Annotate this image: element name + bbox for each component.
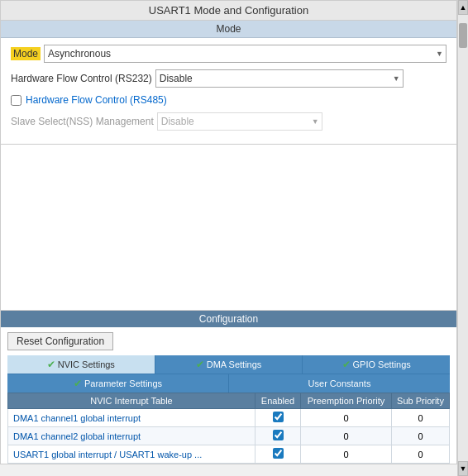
config-section: Configuration Reset Configuration ✔ NVIC… bbox=[1, 310, 456, 464]
tab-gpio-label: GPIO Settings bbox=[353, 359, 411, 369]
hw-flow-rs232-select[interactable]: Disable bbox=[155, 69, 404, 88]
tab-user-constants[interactable]: User Constants bbox=[229, 374, 450, 393]
col-enabled: Enabled bbox=[255, 393, 301, 409]
tab-nvic-settings[interactable]: ✔ NVIC Settings bbox=[7, 355, 155, 374]
mode-label: Mode bbox=[11, 47, 41, 60]
enabled-cell-0[interactable] bbox=[255, 409, 301, 427]
config-header: Configuration bbox=[1, 311, 456, 327]
preemption-cell-0: 0 bbox=[301, 409, 392, 427]
nvic-table: NVIC Interrupt Table Enabled Preemption … bbox=[7, 393, 450, 464]
tabs-row-1: ✔ NVIC Settings ✔ DMA Settings ✔ GPIO Se… bbox=[7, 355, 450, 374]
mode-select-wrapper[interactable]: Asynchronous bbox=[44, 45, 447, 63]
hw-flow-rs232-label: Hardware Flow Control (RS232) bbox=[11, 73, 152, 84]
config-body: Reset Configuration ✔ NVIC Settings ✔ DM… bbox=[1, 327, 456, 464]
scroll-thumb[interactable] bbox=[459, 23, 467, 48]
mode-select[interactable]: Asynchronous bbox=[44, 45, 447, 63]
page-title: USART1 Mode and Configuration bbox=[1, 1, 456, 21]
param-check-icon: ✔ bbox=[74, 378, 82, 389]
enabled-checkbox-1[interactable] bbox=[273, 430, 284, 440]
tab-param-label: Parameter Settings bbox=[84, 378, 162, 388]
tab-parameter-settings[interactable]: ✔ Parameter Settings bbox=[7, 374, 229, 393]
reset-config-button[interactable]: Reset Configuration bbox=[7, 332, 113, 350]
enabled-checkbox-2[interactable] bbox=[273, 448, 284, 459]
slave-select-label: Slave Select(NSS) Management bbox=[11, 116, 154, 127]
dma-check-icon: ✔ bbox=[196, 359, 204, 370]
tab-gpio-settings[interactable]: ✔ GPIO Settings bbox=[303, 355, 450, 374]
sub-priority-cell-0: 0 bbox=[392, 409, 450, 427]
scroll-up-arrow[interactable]: ▲ bbox=[458, 0, 468, 15]
table-row: USART1 global interrupt / USART1 wake-up… bbox=[8, 445, 450, 464]
interrupt-name-2: USART1 global interrupt / USART1 wake-up… bbox=[13, 450, 202, 459]
scroll-down-arrow[interactable]: ▼ bbox=[458, 461, 468, 476]
preemption-cell-1: 0 bbox=[301, 427, 392, 445]
slave-select-wrapper: Disable bbox=[157, 112, 322, 131]
enabled-cell-2[interactable] bbox=[255, 445, 301, 464]
enabled-cell-1[interactable] bbox=[255, 427, 301, 445]
hw-flow-rs232-row: Hardware Flow Control (RS232) Disable bbox=[11, 69, 447, 88]
hw-flow-rs485-checkbox[interactable] bbox=[11, 95, 21, 106]
preemption-cell-2: 0 bbox=[301, 445, 392, 464]
gpio-check-icon: ✔ bbox=[342, 359, 351, 370]
nvic-check-icon: ✔ bbox=[47, 359, 55, 370]
slave-select: Disable bbox=[157, 112, 322, 131]
sub-priority-cell-2: 0 bbox=[392, 445, 450, 464]
tabs-row-2: ✔ Parameter Settings User Constants bbox=[7, 374, 450, 393]
tab-dma-settings[interactable]: ✔ DMA Settings bbox=[155, 355, 303, 374]
mode-row: Mode Asynchronous bbox=[11, 45, 447, 63]
table-row: DMA1 channel2 global interrupt 0 0 bbox=[8, 427, 450, 445]
sub-priority-cell-1: 0 bbox=[392, 427, 450, 445]
mode-section-header: Mode bbox=[1, 21, 456, 38]
interrupt-name-1: DMA1 channel2 global interrupt bbox=[13, 431, 141, 441]
col-interrupt-name: NVIC Interrupt Table bbox=[8, 393, 255, 409]
hw-flow-rs485-row: Hardware Flow Control (RS485) bbox=[11, 94, 447, 106]
scrollbar[interactable]: ▲ ▼ bbox=[457, 0, 468, 476]
table-row: DMA1 channel1 global interrupt 0 0 bbox=[8, 409, 450, 427]
hw-flow-rs232-select-wrapper[interactable]: Disable bbox=[155, 69, 404, 88]
mode-section: Mode Asynchronous Hardware Flow Control … bbox=[1, 38, 456, 145]
slave-select-row: Slave Select(NSS) Management Disable bbox=[11, 112, 447, 131]
col-sub-priority: Sub Priority bbox=[392, 393, 450, 409]
tab-nvic-label: NVIC Settings bbox=[58, 359, 115, 369]
empty-space bbox=[1, 145, 456, 310]
hw-flow-rs485-label: Hardware Flow Control (RS485) bbox=[26, 94, 167, 106]
enabled-checkbox-0[interactable] bbox=[273, 412, 284, 422]
tab-dma-label: DMA Settings bbox=[207, 359, 262, 369]
tab-user-label: User Constants bbox=[308, 378, 371, 388]
interrupt-name-0: DMA1 channel1 global interrupt bbox=[13, 413, 141, 423]
col-preemption: Preemption Priority bbox=[301, 393, 392, 409]
